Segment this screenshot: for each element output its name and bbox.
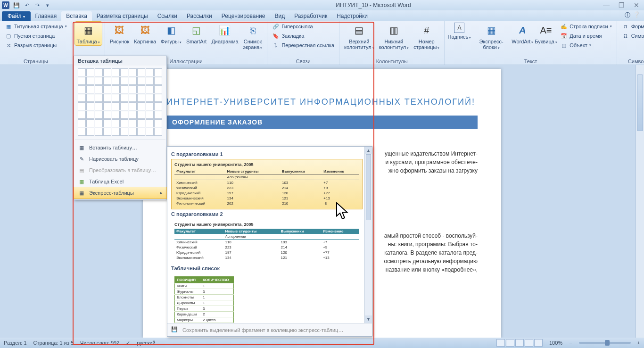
status-proofing-icon[interactable]: ✓ (126, 340, 130, 346)
menu-excel-table[interactable]: ▦Таблица Excel (74, 176, 166, 187)
table-dropdown-menu: Вставка таблицы ▦Вставить таблицу… ✎Нари… (74, 56, 167, 200)
window-minimize[interactable]: — (601, 1, 612, 9)
group-pages-label: Страницы (3, 58, 69, 65)
qat-redo[interactable]: ↷ (33, 1, 41, 9)
help-icon[interactable]: ❔ (633, 11, 640, 19)
table-menu-header: Вставка таблицы (74, 56, 166, 66)
qt-section-1: С подзаголовками 1 (171, 151, 363, 157)
window-title: ИНТУИТ_10 - Microsoft Word (146, 2, 601, 8)
textbox-button[interactable]: AНадпись (447, 22, 471, 41)
tab-developer[interactable]: Разработчик (289, 11, 332, 21)
dropcap-icon: A≡ (538, 23, 553, 38)
flyout-save-selection[interactable]: 💾Сохранить выделенный фрагмент в коллекц… (167, 323, 372, 336)
clipart-button[interactable]: 🖼Картинка (132, 22, 158, 45)
textbox-icon: A (454, 23, 464, 33)
header-icon: ▤ (352, 23, 367, 38)
shapes-button[interactable]: ◧Фигуры (159, 22, 183, 45)
group-symbols-label: Символы (620, 58, 644, 65)
quickparts-button[interactable]: ▦Экспресс-блоки (472, 22, 511, 51)
page-number-button[interactable]: #Номер страницы (412, 22, 441, 51)
clipart-icon: 🖼 (138, 23, 153, 38)
status-language[interactable]: русский (137, 340, 155, 346)
menu-insert-table[interactable]: ▦Вставить таблицу… (74, 142, 166, 153)
word-app-icon: W (2, 1, 9, 9)
header-button[interactable]: ▤Верхний колонтитул (342, 22, 376, 51)
ribbon-minimize-icon[interactable]: ⓘ (625, 11, 630, 19)
cover-page-button[interactable]: ▦Титульная страница ▾ (3, 22, 69, 31)
date-time-button[interactable]: 📅Дата и время (558, 31, 613, 41)
status-section[interactable]: Раздел: 1 (4, 340, 27, 346)
dropcap-button[interactable]: A≡Буквица (535, 22, 557, 45)
crossref-button[interactable]: ⤵Перекрестная ссылка (270, 41, 336, 50)
qt-section-3: Табличный список (171, 265, 363, 271)
tab-page-layout[interactable]: Разметка страницы (92, 11, 153, 21)
table-button[interactable]: ▦ Таблица (75, 22, 102, 45)
vertical-scrollbar[interactable] (636, 65, 644, 338)
tab-addins[interactable]: Надстройки (332, 11, 372, 21)
footer-icon: ▥ (386, 23, 401, 38)
quick-tables-flyout: С подзаголовками 1 Студенты нашего униве… (167, 146, 372, 337)
group-headerfooter-label: Колонтитулы (342, 58, 441, 65)
table-size-grid[interactable] (74, 66, 166, 139)
zoom-in[interactable]: + (637, 340, 640, 346)
tab-file[interactable]: Файл (2, 11, 31, 21)
table-icon: ▦ (81, 23, 96, 38)
page-number-icon: # (419, 23, 434, 38)
zoom-slider[interactable] (579, 342, 631, 344)
group-links-label: Связи (270, 58, 336, 65)
view-buttons[interactable] (496, 339, 543, 347)
status-bar: Раздел: 1 Страница: 1 из 5 Число слов: 9… (0, 338, 644, 348)
zoom-out[interactable]: − (569, 340, 572, 346)
smartart-button[interactable]: ◱SmartArt (184, 22, 208, 45)
wordart-button[interactable]: AWordArt (512, 22, 534, 45)
page-break-button[interactable]: ⤭Разрыв страницы (3, 41, 69, 50)
shapes-icon: ◧ (164, 23, 179, 38)
qt-preview-2[interactable]: Студенты нашего университета, 2005 Факул… (171, 219, 363, 264)
tab-view[interactable]: Вид (270, 11, 289, 21)
qat-customize[interactable]: ▾ (43, 1, 52, 9)
chart-icon: 📊 (217, 23, 232, 38)
tab-home[interactable]: Главная (31, 11, 62, 21)
blank-page-button[interactable]: ▢Пустая страница (3, 31, 69, 41)
screenshot-icon: ⎘ (245, 23, 260, 38)
tab-mailings[interactable]: Рассылки (182, 11, 217, 21)
signature-line-button[interactable]: ✍Строка подписи ▾ (558, 22, 613, 31)
group-text-label: Текст (447, 58, 613, 65)
bookmark-button[interactable]: 🔖Закладка (270, 31, 336, 41)
doc-heading: ОФОРМЛЕНИЕ ЗАКАЗОВ (166, 116, 478, 129)
status-page[interactable]: Страница: 1 из 5 (33, 340, 74, 346)
picture-button[interactable]: 🖼Рисунок (108, 22, 132, 45)
status-word-count[interactable]: Число слов: 992 (80, 340, 119, 346)
menu-convert-to-table[interactable]: ▤Преобразовать в таблицу… (74, 165, 166, 176)
picture-icon: 🖼 (112, 23, 127, 38)
tab-insert[interactable]: Вставка (61, 11, 92, 21)
doc-title: ИНТЕРНЕТ-УНИВЕРСИТЕТ ИНФОРМАЦИОННЫХ ТЕХН… (166, 97, 478, 107)
menu-draw-table[interactable]: ✎Нарисовать таблицу (74, 153, 166, 165)
chart-button[interactable]: 📊Диаграмма (209, 22, 240, 45)
symbol-button[interactable]: ΩСимвол ▾ (620, 31, 644, 41)
window-restore[interactable]: ❐ (616, 1, 627, 9)
zoom-level[interactable]: 100% (549, 340, 562, 346)
hyperlink-button[interactable]: 🔗Гиперссылка (270, 22, 336, 31)
window-close[interactable]: ✕ (631, 1, 642, 9)
qat-undo[interactable]: ↶ (23, 1, 31, 9)
smartart-icon: ◱ (189, 23, 204, 38)
equation-button[interactable]: πФормула ▾ (620, 22, 644, 31)
wordart-icon: A (515, 23, 530, 38)
tab-review[interactable]: Рецензирование (217, 11, 270, 21)
qt-preview-3[interactable]: ПОЗИЦИЯКОЛИЧЕСТВО Книги1 Журналы3 Блокно… (171, 273, 237, 323)
quickparts-icon: ▦ (484, 23, 499, 38)
qt-section-2: С подзаголовками 2 (171, 211, 363, 217)
tab-references[interactable]: Ссылки (153, 11, 182, 21)
qat-save[interactable]: 💾 (12, 1, 21, 9)
object-button[interactable]: ◫Объект ▾ (558, 41, 613, 50)
screenshot-button[interactable]: ⎘Снимок экрана (241, 22, 264, 51)
flyout-scrollbar[interactable]: ▲▼ (364, 147, 372, 323)
menu-quick-tables[interactable]: ▦Экспресс-таблицы▸ (74, 187, 166, 199)
footer-button[interactable]: ▥Нижний колонтитул (377, 22, 411, 51)
qt-preview-1[interactable]: Студенты нашего университета, 2005 Факул… (171, 159, 363, 209)
